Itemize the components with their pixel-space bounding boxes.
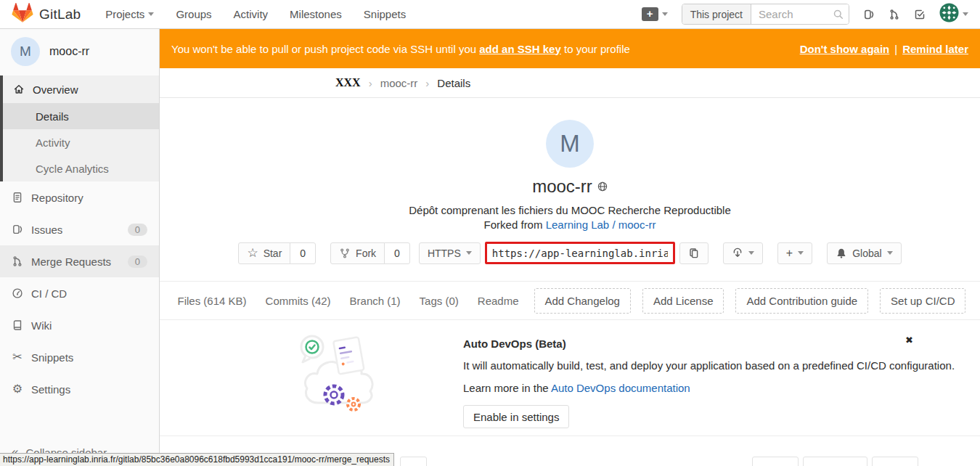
stat-readme[interactable]: Readme xyxy=(478,295,519,307)
home-icon xyxy=(13,83,25,95)
brand-name: GitLab xyxy=(39,7,81,23)
project-avatar-small: M xyxy=(11,37,40,66)
gear-icon: ⚙ xyxy=(12,383,23,395)
setup-cicd-button[interactable]: Set up CI/CD xyxy=(880,288,965,314)
star-button[interactable]: ☆ Star xyxy=(238,242,290,264)
project-title: mooc-rr xyxy=(532,176,592,197)
breadcrumb-current-page: Details xyxy=(437,77,470,89)
auto-devops-body: It will automatically build, test, and d… xyxy=(463,359,980,372)
bell-icon xyxy=(836,248,847,259)
project-stats-row: Files (614 KB) Commits (42) Branch (1) T… xyxy=(160,282,980,319)
forked-from-label: Forked from xyxy=(484,218,543,231)
notifications-dropdown[interactable]: Global xyxy=(827,242,901,264)
plus-icon: + xyxy=(786,247,793,260)
project-header: M mooc-rr Dépôt comprenant les fichiers … xyxy=(160,98,980,264)
project-avatar: M xyxy=(546,120,594,168)
partial-button[interactable] xyxy=(400,457,427,466)
sidebar-item-details[interactable]: Details xyxy=(3,103,159,129)
main-content: You won't be able to pull or push projec… xyxy=(160,29,980,466)
nav-activity[interactable]: Activity xyxy=(234,8,269,20)
star-icon: ☆ xyxy=(247,248,258,258)
sidebar-item-overview[interactable]: Overview xyxy=(3,75,159,103)
project-description: Dépôt comprenant les fichiers du MOOC Re… xyxy=(160,204,980,216)
partial-button[interactable] xyxy=(752,457,799,466)
nav-snippets[interactable]: Snippets xyxy=(364,8,406,20)
partial-button[interactable] xyxy=(872,457,918,466)
breadcrumb-project[interactable]: mooc-rr xyxy=(380,77,418,89)
banner-separator: | xyxy=(894,43,897,55)
star-count[interactable]: 0 xyxy=(290,242,316,264)
copy-url-button[interactable] xyxy=(679,242,709,264)
sidebar-item-cycle-analytics[interactable]: Cycle Analytics xyxy=(3,155,159,181)
new-dropdown-button[interactable]: + xyxy=(642,7,668,21)
chevron-down-icon xyxy=(963,12,968,16)
plus-icon: + xyxy=(642,7,658,21)
stat-branch[interactable]: Branch (1) xyxy=(350,295,401,307)
issues-count-badge: 0 xyxy=(128,224,147,236)
ssh-warning-banner: You won't be able to pull or push projec… xyxy=(160,29,980,68)
chevron-down-icon xyxy=(662,12,668,16)
add-contribution-guide-button[interactable]: Add Contribution guide xyxy=(735,288,868,314)
fork-button[interactable]: Fork xyxy=(330,242,385,264)
sidebar-item-wiki[interactable]: Wiki xyxy=(0,309,159,341)
sidebar-item-issues[interactable]: Issues 0 xyxy=(0,213,159,245)
dont-show-again-link[interactable]: Don't show again xyxy=(800,43,890,55)
clone-url-input[interactable] xyxy=(485,242,675,264)
gitlab-logo[interactable]: GitLab xyxy=(12,2,81,26)
add-license-button[interactable]: Add License xyxy=(642,288,724,314)
copy-icon xyxy=(688,248,700,259)
stat-files[interactable]: Files (614 KB) xyxy=(178,295,247,307)
file-icon xyxy=(12,192,23,203)
todos-icon[interactable] xyxy=(914,9,926,20)
sidebar-item-repository[interactable]: Repository xyxy=(0,181,159,213)
sidebar-item-merge-requests[interactable]: Merge Requests 0 xyxy=(0,245,159,277)
sidebar-section-overview: Overview Details Activity Cycle Analytic… xyxy=(0,75,159,181)
chevron-down-icon xyxy=(798,251,804,255)
sidebar-item-settings[interactable]: ⚙ Settings xyxy=(0,373,159,405)
project-actions-row: ☆ Star 0 Fork 0 HTTPS xyxy=(160,242,980,264)
add-new-dropdown[interactable]: + xyxy=(777,242,812,264)
learn-more-label: Learn more in the xyxy=(463,382,549,394)
add-ssh-key-link[interactable]: add an SSH key xyxy=(479,43,561,55)
nav-projects[interactable]: Projects xyxy=(105,8,154,20)
add-changelog-button[interactable]: Add Changelog xyxy=(534,288,631,314)
divider xyxy=(160,436,980,436)
auto-devops-callout: ✖ Auto DevOps (Beta) It will automatical… xyxy=(160,320,980,436)
browser-status-bar: https://app-learninglab.inria.fr/gitlab/… xyxy=(0,453,394,466)
download-dropdown[interactable] xyxy=(723,242,763,264)
fork-count[interactable]: 0 xyxy=(384,242,410,264)
gauge-icon xyxy=(12,287,23,299)
main-nav: Projects Groups Activity Milestones Snip… xyxy=(105,8,406,20)
sidebar-item-snippets[interactable]: ✂ Snippets xyxy=(0,341,159,373)
search-icon xyxy=(833,9,844,23)
tanuki-icon xyxy=(12,2,33,26)
close-icon[interactable]: ✖ xyxy=(905,335,913,346)
book-icon xyxy=(12,319,23,331)
chevron-down-icon xyxy=(748,251,754,255)
sidebar-project-header[interactable]: M mooc-rr xyxy=(0,29,159,74)
auto-devops-doc-link[interactable]: Auto DevOps documentation xyxy=(551,382,690,394)
stat-commits[interactable]: Commits (42) xyxy=(266,295,331,307)
stat-tags[interactable]: Tags (0) xyxy=(420,295,459,307)
banner-text: You won't be able to pull or push projec… xyxy=(171,43,630,55)
chevron-down-icon xyxy=(148,12,154,16)
remind-later-link[interactable]: Remind later xyxy=(902,43,968,55)
partial-button[interactable] xyxy=(803,457,867,466)
merge-request-icon xyxy=(12,256,23,267)
issues-icon[interactable] xyxy=(863,9,875,20)
protocol-dropdown[interactable]: HTTPS xyxy=(419,242,481,264)
sidebar-item-ci-cd[interactable]: CI / CD xyxy=(0,277,159,309)
auto-devops-title: Auto DevOps (Beta) xyxy=(463,338,980,350)
nav-groups[interactable]: Groups xyxy=(176,8,211,20)
nav-milestones[interactable]: Milestones xyxy=(290,8,342,20)
breadcrumb-group[interactable]: XXX xyxy=(335,76,361,89)
enable-in-settings-button[interactable]: Enable in settings xyxy=(463,405,569,428)
merge-requests-icon[interactable] xyxy=(889,9,900,20)
search-scope-badge: This project xyxy=(682,4,751,24)
download-icon xyxy=(732,248,743,259)
public-globe-icon xyxy=(597,181,608,192)
sidebar-item-activity[interactable]: Activity xyxy=(3,129,159,155)
forked-from-link[interactable]: Learning Lab / mooc-rr xyxy=(546,218,656,231)
user-menu[interactable] xyxy=(939,3,968,25)
breadcrumb-separator: › xyxy=(425,77,429,89)
